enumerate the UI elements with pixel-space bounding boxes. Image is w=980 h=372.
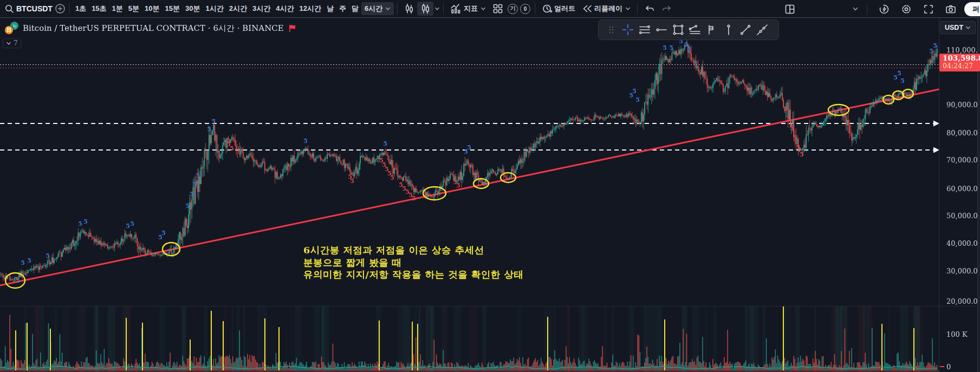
settings-button[interactable] (898, 2, 915, 16)
lightning-icon (879, 4, 890, 15)
timeframe-button-4시간[interactable]: 4시간 (273, 2, 296, 15)
circle-button-0[interactable]: 0 (520, 4, 530, 14)
chevron-down-icon[interactable] (625, 6, 631, 11)
fullscreen-icon (923, 4, 934, 15)
toolbar-right: 퍼블리시 (781, 0, 980, 18)
indicators-button[interactable]: 지표 (447, 2, 489, 16)
timeframe-button-달[interactable]: 달 (349, 2, 361, 15)
top-toolbar: BTCUSDT 1초15초1분5분10분15분30분1시간2시간3시간4시간12… (0, 0, 980, 18)
redo-button[interactable] (658, 3, 676, 15)
timeframe-button-1초[interactable]: 1초 (73, 2, 89, 15)
fullscreen-button[interactable] (920, 2, 937, 16)
timeframe-button-5분[interactable]: 5분 (126, 2, 142, 15)
price-tick: 60,000.0 (946, 185, 978, 193)
publish-button[interactable]: 퍼블리시 (964, 2, 980, 16)
timeframe-button-15분[interactable]: 15분 (163, 2, 183, 15)
price-tick: 70,000.0 (946, 156, 978, 164)
circle-button-기[interactable]: 기 (508, 4, 518, 14)
indicator-templates-button[interactable] (489, 2, 507, 16)
legend-title: Bitcoin / TetherUS PERPETUAL CONTRACT · … (23, 23, 284, 34)
chart-annotation-text: 6시간봉 저점과 저점을 이은 상승 추세선 분봉으로 짧게 봤을 때 유의미한… (303, 244, 523, 281)
replay-icon (582, 4, 593, 13)
price-tick: 110,000.0 (946, 46, 980, 54)
timeframe-button-12시간[interactable]: 12시간 (296, 2, 323, 15)
timeframe-button-3시간[interactable]: 3시간 (250, 2, 273, 15)
timeframe-active-label: 6시간 (365, 4, 382, 14)
bar-countdown: 04:24:27 (943, 62, 980, 70)
indicators-count: 7 (14, 40, 18, 47)
chevron-down-icon (6, 41, 11, 45)
last-price: 103,598.8 (943, 54, 980, 62)
price-tick: 90,000.0 (946, 101, 978, 109)
candle-style-active-button[interactable] (417, 2, 433, 16)
divider (535, 3, 535, 14)
divider (397, 3, 398, 14)
timeframe-button-15초[interactable]: 15초 (89, 2, 109, 15)
volume-tick: 100 K (946, 330, 968, 338)
price-tick: 30,000.0 (946, 267, 978, 275)
currency-toggle-button[interactable]: USDT (940, 21, 976, 34)
chevron-down-icon[interactable] (385, 6, 391, 11)
hollow-candles-icon (420, 3, 430, 14)
timeframe-button-1분[interactable]: 1분 (109, 2, 126, 15)
indicators-label: 지표 (464, 4, 478, 14)
search-icon[interactable] (4, 4, 14, 14)
quick-search-button[interactable] (875, 2, 893, 16)
replay-label: 리플레이 (594, 4, 622, 14)
chart-canvas[interactable] (0, 0, 980, 372)
alert-button[interactable]: 얼러트 (538, 2, 579, 16)
annotation-line: 분봉으로 짧게 봤을 때 (303, 257, 523, 269)
crosshair-tool[interactable] (619, 22, 636, 38)
chevron-down-icon[interactable] (852, 6, 859, 11)
price-tick: 20,000.0 (946, 297, 978, 305)
pair-icon: ↻ B (4, 22, 18, 35)
templates-grid-icon (492, 3, 503, 14)
divider (443, 3, 444, 14)
chevron-down-icon (965, 25, 971, 30)
compare-add-icon[interactable] (55, 3, 66, 14)
price-tick: 50,000.0 (946, 212, 978, 220)
symbol-legend[interactable]: ↻ B Bitcoin / TetherUS PERPETUAL CONTRAC… (4, 22, 297, 35)
timeframe-button-날[interactable]: 날 (324, 2, 336, 15)
divider (867, 4, 867, 15)
annotation-line: 6시간봉 저점과 저점을 이은 상승 추세선 (303, 244, 523, 257)
chevron-down-icon[interactable] (434, 6, 440, 11)
layout-button[interactable] (781, 2, 799, 16)
volume-tick: 0 (946, 363, 951, 371)
annotation-line: 유의미한 지지/저항 작용을 하는 것을 확인한 상태 (303, 269, 523, 281)
undo-icon (644, 4, 655, 13)
timeframe-button-주[interactable]: 주 (336, 2, 349, 15)
quick-buttons-group: 기0 (507, 4, 531, 14)
long-position-tool[interactable] (703, 22, 720, 38)
rectangle-tool[interactable] (670, 22, 686, 38)
timeframe-button-10분[interactable]: 10분 (142, 2, 162, 15)
indicators-collapse-chip[interactable]: 7 (3, 38, 21, 48)
divider (69, 3, 69, 14)
undo-button[interactable] (641, 3, 658, 15)
drag-handle-tool[interactable] (602, 22, 619, 38)
timeframe-active-button[interactable]: 6시간 (361, 2, 394, 15)
extended-line-tool[interactable] (754, 22, 770, 38)
timeframe-button-2시간[interactable]: 2시간 (226, 2, 250, 15)
chevron-down-icon[interactable] (481, 6, 486, 11)
timeframe-button-30분[interactable]: 30분 (183, 2, 203, 15)
symbol-button[interactable]: BTCUSDT (16, 4, 53, 13)
divider (637, 3, 638, 14)
camera-icon (945, 4, 956, 14)
parallel-channel-tool[interactable] (686, 22, 703, 38)
alert-clock-icon (542, 3, 553, 14)
price-tick: 80,000.0 (946, 129, 978, 137)
parallel-lines-tool[interactable] (636, 22, 653, 38)
candles-icon (404, 3, 414, 14)
candle-style-button[interactable] (401, 2, 417, 16)
red-flag-icon[interactable] (288, 24, 297, 32)
trend-line-tool[interactable] (737, 22, 754, 38)
timeframe-button-1시간[interactable]: 1시간 (203, 2, 226, 15)
horizontal-line-tool[interactable] (653, 22, 670, 38)
vertical-line-tool[interactable] (720, 22, 737, 38)
snapshot-button[interactable] (942, 3, 959, 16)
replay-button[interactable]: 리플레이 (579, 2, 634, 15)
trading-chart-app: BTCUSDT 1초15초1분5분10분15분30분1시간2시간3시간4시간12… (0, 0, 980, 372)
toolbar-left: BTCUSDT 1초15초1분5분10분15분30분1시간2시간3시간4시간12… (0, 0, 676, 17)
last-price-badge: 103,598.8 04:24:27 (939, 54, 980, 71)
